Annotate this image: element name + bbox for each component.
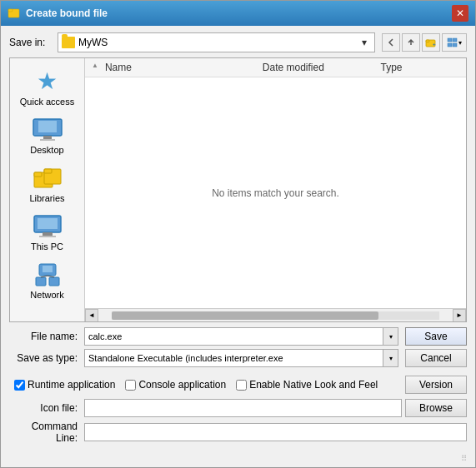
- libraries-icon: [31, 165, 64, 192]
- save-button[interactable]: Save: [405, 327, 467, 346]
- dialog-body: Save in: MyWS ▾ +: [1, 26, 475, 456]
- icon-file-row: Icon file: Browse: [9, 399, 467, 417]
- file-name-row: File name: calc.exe ▾: [9, 327, 398, 346]
- quick-access-icon: ★: [31, 68, 64, 95]
- back-button[interactable]: [382, 33, 400, 52]
- horizontal-scrollbar[interactable]: ◄ ►: [85, 308, 466, 321]
- folder-icon: [62, 37, 75, 48]
- sidebar-label-this-pc: This PC: [31, 241, 63, 251]
- dialog-icon: [8, 7, 21, 20]
- bottom-form-area: File name: calc.exe ▾ Save as type: Stan…: [9, 327, 467, 371]
- sort-arrow: ▲: [92, 62, 98, 73]
- save-in-combo[interactable]: MyWS ▾: [58, 32, 375, 52]
- file-list-header: ▲ Name Date modified Type: [85, 58, 466, 77]
- save-in-value: MyWS: [78, 37, 354, 48]
- sidebar-label-network: Network: [30, 290, 63, 300]
- native-look-checkbox[interactable]: [236, 380, 247, 391]
- svg-rect-10: [38, 121, 57, 132]
- version-button[interactable]: Version: [405, 376, 467, 394]
- save-as-type-dropdown-btn[interactable]: ▾: [383, 350, 398, 366]
- file-name-combo[interactable]: calc.exe ▾: [84, 327, 398, 346]
- title-bar: Create bound file ✕: [1, 1, 475, 26]
- icon-file-label: Icon file:: [9, 402, 84, 414]
- column-date-modified[interactable]: Date modified: [263, 62, 381, 73]
- sidebar-label-desktop: Desktop: [30, 145, 63, 155]
- svg-rect-6: [453, 38, 457, 42]
- svg-rect-12: [40, 139, 55, 141]
- cancel-button[interactable]: Cancel: [405, 349, 467, 367]
- svg-rect-24: [49, 277, 59, 286]
- svg-rect-3: [426, 40, 429, 42]
- icon-file-input[interactable]: [84, 399, 402, 417]
- svg-text:+: +: [433, 42, 436, 47]
- create-bound-file-dialog: Create bound file ✕ Save in: MyWS ▾: [0, 0, 476, 468]
- toolbar-icons: + ▾: [382, 33, 467, 52]
- up-folder-button[interactable]: [402, 33, 420, 52]
- sidebar-item-quick-access[interactable]: ★ Quick access: [14, 65, 81, 110]
- network-icon: [31, 261, 64, 288]
- save-as-type-label: Save as type:: [9, 352, 84, 364]
- console-checkbox[interactable]: [125, 380, 136, 391]
- sidebar-item-this-pc[interactable]: This PC: [14, 210, 81, 255]
- svg-rect-8: [453, 43, 457, 47]
- scrollbar-track[interactable]: [112, 311, 439, 320]
- file-name-label: File name:: [9, 331, 84, 342]
- file-list-body: No items match your search.: [85, 77, 466, 308]
- bottom-form-fields: File name: calc.exe ▾ Save as type: Stan…: [9, 327, 398, 371]
- save-in-label: Save in:: [9, 37, 51, 48]
- sidebar: ★ Quick access Desktop: [10, 58, 85, 321]
- sidebar-item-desktop[interactable]: Desktop: [14, 113, 81, 158]
- main-area: ★ Quick access Desktop: [9, 57, 467, 322]
- column-name[interactable]: Name: [102, 62, 263, 73]
- svg-rect-16: [44, 169, 52, 173]
- svg-rect-23: [36, 277, 46, 286]
- this-pc-icon: [31, 213, 64, 240]
- native-look-checkbox-item[interactable]: Enable Native Look and Feel: [236, 379, 378, 391]
- checkboxes-row: Runtime application Console application …: [9, 371, 467, 399]
- title-bar-left: Create bound file: [8, 7, 108, 20]
- scroll-left-button[interactable]: ◄: [85, 309, 98, 322]
- sidebar-item-libraries[interactable]: Libraries: [14, 162, 81, 207]
- scrollbar-thumb[interactable]: [112, 311, 378, 320]
- command-line-input[interactable]: [84, 423, 467, 441]
- file-list-container: ▲ Name Date modified Type No items match…: [85, 58, 466, 321]
- svg-rect-18: [38, 218, 58, 229]
- sidebar-label-quick-access: Quick access: [20, 97, 74, 107]
- sidebar-item-network[interactable]: Network: [14, 258, 81, 303]
- runtime-checkbox-item[interactable]: Runtime application: [14, 379, 115, 391]
- scroll-right-button[interactable]: ►: [453, 309, 466, 322]
- sidebar-label-libraries: Libraries: [29, 193, 64, 203]
- runtime-label: Runtime application: [28, 379, 115, 391]
- runtime-checkbox[interactable]: [14, 380, 25, 391]
- svg-rect-19: [43, 232, 53, 236]
- desktop-icon: [31, 117, 64, 143]
- resize-handle[interactable]: ⠿: [0, 454, 472, 466]
- action-buttons: Save Cancel: [405, 327, 467, 371]
- bottom-section: File name: calc.exe ▾ Save as type: Stan…: [9, 322, 467, 447]
- file-name-value: calc.exe: [85, 331, 383, 341]
- save-as-type-combo[interactable]: Standalone Executable (includes interpre…: [84, 349, 398, 367]
- console-checkbox-item[interactable]: Console application: [125, 379, 226, 391]
- close-button[interactable]: ✕: [452, 5, 468, 22]
- new-folder-button[interactable]: +: [422, 33, 440, 52]
- save-as-type-value: Standalone Executable (includes interpre…: [85, 353, 383, 363]
- svg-rect-1: [8, 9, 13, 12]
- save-in-row: Save in: MyWS ▾ +: [9, 32, 467, 52]
- svg-rect-11: [43, 136, 52, 139]
- dropdown-arrow: ▾: [358, 37, 371, 48]
- svg-rect-5: [448, 38, 452, 42]
- command-line-row: Command Line:: [9, 421, 467, 444]
- view-dropdown-arrow: ▾: [458, 39, 462, 47]
- file-name-dropdown-btn[interactable]: ▾: [383, 328, 398, 345]
- empty-message: No items match your search.: [212, 187, 339, 199]
- native-look-label: Enable Native Look and Feel: [249, 379, 378, 391]
- browse-button[interactable]: Browse: [405, 399, 467, 417]
- column-type[interactable]: Type: [381, 62, 459, 73]
- svg-rect-7: [448, 43, 452, 47]
- svg-rect-20: [39, 236, 56, 237]
- console-label: Console application: [138, 379, 226, 391]
- svg-rect-22: [43, 266, 53, 272]
- view-button[interactable]: ▾: [442, 33, 467, 52]
- command-line-label: Command Line:: [9, 421, 84, 444]
- svg-rect-14: [34, 172, 42, 177]
